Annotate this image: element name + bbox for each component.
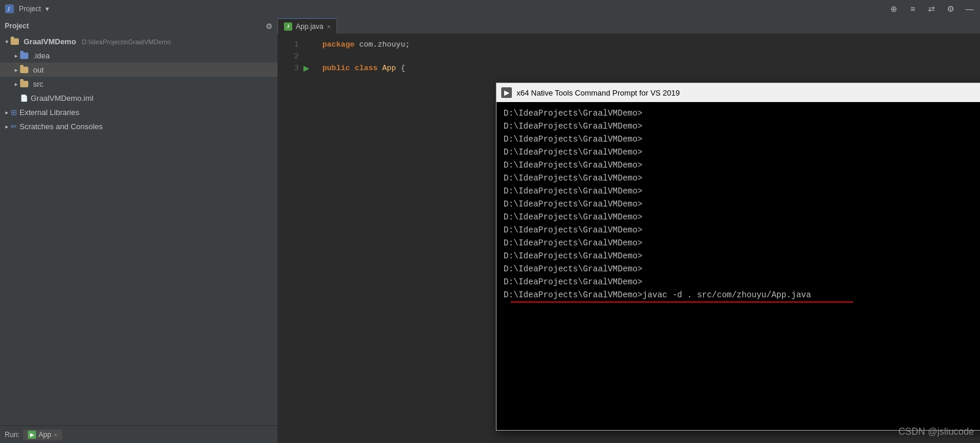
cmd-prompt-2: D:\IdeaProjects\GraalVMDemo> (504, 120, 980, 133)
project-label: Project (19, 5, 41, 13)
folder-src-icon (20, 81, 28, 87)
arrow-indicator: ▶ (303, 63, 313, 74)
line-num-3: 3 (277, 63, 299, 74)
code-line-3: public class App { (322, 63, 971, 74)
title-bar-left: J Project ▾ (5, 4, 49, 14)
cmd-body: D:\IdeaProjects\GraalVMDemo> D:\IdeaProj… (496, 102, 980, 430)
cmd-prompt-3: D:\IdeaProjects\GraalVMDemo> (504, 133, 980, 146)
java-file-icon: J (284, 22, 292, 31)
title-bar: J Project ▾ ⊕ ≡ ⇄ ⚙ — (0, 0, 980, 18)
tree-item-graalvmdemo[interactable]: GraalVMDemo D:\IdeaProjects\GraalVMDemo (0, 34, 277, 48)
cmd-icon: ▶ (501, 87, 512, 98)
settings-btn[interactable]: ⚙ (945, 4, 956, 14)
cmd-prompt-10: D:\IdeaProjects\GraalVMDemo> (504, 224, 980, 237)
cmd-content[interactable]: D:\IdeaProjects\GraalVMDemo> D:\IdeaProj… (496, 102, 980, 430)
folder-out-icon (11, 38, 19, 45)
cmd-titlebar: ▶ x64 Native Tools Command Prompt for VS… (496, 83, 980, 102)
arrow-column: ▶ (303, 34, 313, 443)
main-layout: Project ⚙ GraalVMDemo D:\IdeaProjects\Gr… (0, 18, 980, 443)
editor-tabs: J App.java × (277, 18, 980, 34)
tab-app-java[interactable]: J App.java × (277, 18, 337, 34)
line-num-2: 2 (277, 51, 299, 63)
minimize-btn[interactable]: — (963, 4, 975, 14)
cmd-underline (511, 301, 853, 303)
app-icon: J (5, 4, 14, 14)
out-label: out (33, 65, 275, 74)
chevron-out (12, 65, 20, 74)
run-tab-app[interactable]: ▶ App × (23, 429, 62, 440)
editor-area: J App.java × 1 2 3 ▶ package com.zhouyu; (277, 18, 980, 443)
graalvmdemo-folder-icon (11, 38, 21, 45)
chevron-idea (12, 51, 20, 60)
tab-close-btn[interactable]: × (327, 23, 331, 30)
iml-icon: 📄 (20, 94, 28, 102)
tree-item-idea[interactable]: .idea (0, 48, 277, 63)
cmd-command-line: D:\IdeaProjects\GraalVMDemo>javac -d . s… (504, 288, 980, 301)
cmd-prompt-11: D:\IdeaProjects\GraalVMDemo> (504, 237, 980, 250)
sidebar-header: Project ⚙ (0, 18, 277, 34)
title-bar-actions: ⊕ ≡ ⇄ ⚙ — (888, 4, 975, 14)
cmd-prompt-1: D:\IdeaProjects\GraalVMDemo> (504, 107, 980, 120)
out-folder-icon (20, 67, 31, 73)
cmd-prompt-12: D:\IdeaProjects\GraalVMDemo> (504, 250, 980, 262)
idea-label: .idea (33, 51, 275, 60)
cmd-command-container: D:\IdeaProjects\GraalVMDemo>javac -d . s… (504, 288, 980, 301)
scratches-icon: ✏ (11, 122, 17, 131)
cmd-prompt-4: D:\IdeaProjects\GraalVMDemo> (504, 146, 980, 159)
dropdown-chevron[interactable]: ▾ (45, 5, 49, 13)
bottom-bar: Run: ▶ App × (0, 425, 277, 443)
cmd-window: ▶ x64 Native Tools Command Prompt for VS… (496, 83, 980, 431)
tree-item-src[interactable]: src (0, 77, 277, 91)
cmd-title-text: x64 Native Tools Command Prompt for VS 2… (517, 88, 980, 97)
cmd-blank-area (504, 301, 980, 360)
code-line-1: package com.zhouyu; (322, 39, 971, 51)
tab-name-app-java: App.java (296, 22, 324, 31)
settings-gear-icon[interactable]: ⚙ (266, 22, 273, 31)
tree-item-out[interactable]: out (0, 63, 277, 77)
svg-text:J: J (7, 6, 10, 12)
iml-label: GraalVMDemo.iml (31, 94, 275, 103)
line-num-1: 1 (277, 39, 299, 51)
project-tree: GraalVMDemo D:\IdeaProjects\GraalVMDemo … (0, 34, 277, 425)
add-btn[interactable]: ⊕ (888, 4, 900, 14)
tree-item-iml[interactable]: 📄 GraalVMDemo.iml (0, 91, 277, 105)
cmd-prompt-8: D:\IdeaProjects\GraalVMDemo> (504, 198, 980, 211)
external-libraries-label: External Libraries (19, 108, 275, 117)
list-btn[interactable]: ≡ (907, 4, 919, 14)
tree-item-external-libraries[interactable]: ⊞ External Libraries (0, 105, 277, 119)
folder-blue-icon (20, 52, 28, 59)
folder-out-brown-icon (20, 67, 28, 73)
code-line-2 (322, 51, 971, 63)
sidebar: Project ⚙ GraalVMDemo D:\IdeaProjects\Gr… (0, 18, 277, 443)
chevron-scratches (2, 122, 11, 130)
line-numbers: 1 2 3 (277, 34, 303, 443)
run-tab-icon: ▶ (28, 431, 36, 439)
src-label: src (33, 80, 275, 88)
run-tab-close[interactable]: × (54, 431, 57, 438)
chevron-src (12, 80, 20, 88)
chevron-external (2, 108, 11, 116)
run-label: Run: (5, 431, 19, 439)
idea-folder-icon (20, 52, 31, 59)
tree-item-scratches[interactable]: ✏ Scratches and Consoles (0, 119, 277, 133)
sidebar-header-icons: ⚙ (266, 22, 273, 31)
cmd-prompt-14: D:\IdeaProjects\GraalVMDemo> (504, 275, 980, 288)
cmd-prompt-5: D:\IdeaProjects\GraalVMDemo> (504, 159, 980, 172)
run-tab-name: App (38, 431, 51, 439)
cmd-prompt-7: D:\IdeaProjects\GraalVMDemo> (504, 185, 980, 198)
graalvmdemo-label: GraalVMDemo D:\IdeaProjects\GraalVMDemo (24, 37, 275, 46)
sidebar-title: Project (5, 22, 29, 30)
diff-btn[interactable]: ⇄ (926, 4, 937, 14)
cmd-prompt-6: D:\IdeaProjects\GraalVMDemo> (504, 172, 980, 185)
cmd-prompt-13: D:\IdeaProjects\GraalVMDemo> (504, 262, 980, 275)
scratches-label: Scratches and Consoles (19, 122, 275, 131)
chevron-graalvmdemo (2, 37, 11, 45)
external-lib-icon: ⊞ (11, 108, 17, 117)
src-folder-icon (20, 81, 31, 87)
cmd-prompt-9: D:\IdeaProjects\GraalVMDemo> (504, 211, 980, 224)
